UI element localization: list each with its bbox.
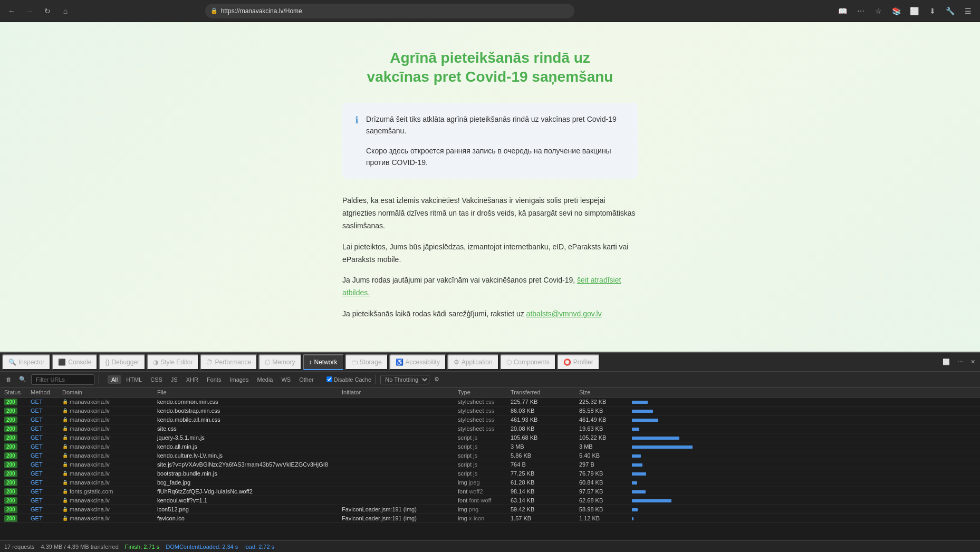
domain-cell: 🔒manavakcina.lv	[58, 406, 153, 415]
tab-storage[interactable]: 🗃 Storage	[345, 354, 388, 370]
disable-cache-label[interactable]: Disable Cache	[326, 376, 372, 383]
method-cell: GET	[26, 496, 58, 505]
tab-debugger-label: Debugger	[111, 359, 139, 366]
initiator-cell	[338, 415, 454, 424]
home-button[interactable]: ⌂	[58, 4, 73, 18]
method-cell: GET	[26, 460, 58, 469]
network-table-wrap[interactable]: Status Method Domain File Initiator Type…	[0, 388, 980, 540]
paragraph-3: Ja Jums rodas jautājumi par vakcīnām vai…	[342, 274, 638, 299]
table-row[interactable]: 200 GET 🔒manavakcina.lv kendo.all.min.js…	[0, 442, 980, 451]
components-icon: ⬡	[506, 359, 512, 366]
type-cell: script js	[454, 469, 506, 478]
address-bar[interactable]: 🔒 https://manavakcina.lv/Home	[205, 4, 574, 18]
dom-content-loaded: DOMContentLoaded: 2.34 s	[166, 544, 238, 550]
bookmark-button[interactable]: ☆	[871, 4, 886, 18]
para4-link[interactable]: atbalsts@vmnvd.gov.lv	[526, 309, 602, 318]
filter-fonts[interactable]: Fonts	[203, 375, 225, 384]
size-cell: 97.57 KB	[575, 487, 628, 496]
tab-application[interactable]: ⚙ Application	[447, 354, 499, 370]
back-button[interactable]: ←	[4, 4, 19, 18]
clear-network-button[interactable]: 🗑	[3, 375, 14, 384]
tab-network[interactable]: ↕ Network	[303, 354, 344, 370]
file-cell: favicon.ico	[153, 514, 338, 523]
table-row[interactable]: 200 GET 🔒manavakcina.lv bootstrap.bundle…	[0, 469, 980, 478]
network-table: Status Method Domain File Initiator Type…	[0, 388, 980, 523]
devtools-close-button[interactable]: ✕	[968, 357, 978, 366]
tab-accessibility[interactable]: ♿ Accessibility	[389, 354, 446, 370]
table-row[interactable]: 200 GET 🔒manavakcina.lv site.css stylesh…	[0, 424, 980, 433]
tab-performance[interactable]: ⏱ Performance	[200, 354, 257, 370]
method-cell: GET	[26, 487, 58, 496]
throttle-select[interactable]: No Throttling	[380, 375, 429, 384]
initiator-cell	[338, 442, 454, 451]
waterfall-cell	[628, 478, 980, 487]
reader-mode-button[interactable]: 📖	[835, 4, 850, 18]
extensions-button[interactable]: 🔧	[943, 4, 958, 18]
tab-components[interactable]: ⬡ Components	[500, 354, 556, 370]
devtools-more-button[interactable]: ⋯	[955, 357, 966, 366]
col-header-status: Status	[0, 388, 26, 398]
table-row[interactable]: 200 GET 🔒manavakcina.lv kendoui.woff?v=1…	[0, 496, 980, 505]
lock-icon: 🔒	[62, 435, 68, 440]
waterfall-bar	[632, 401, 648, 404]
method-cell: GET	[26, 469, 58, 478]
table-row[interactable]: 200 GET 🔒manavakcina.lv kendo.bootstrap.…	[0, 406, 980, 415]
menu-button[interactable]: ☰	[961, 4, 976, 18]
initiator-cell	[338, 460, 454, 469]
waterfall-cell	[628, 424, 980, 433]
application-icon: ⚙	[454, 359, 459, 366]
transferred-cell: 225.77 KB	[506, 398, 575, 406]
waterfall-bar	[632, 463, 642, 467]
status-badge: 200	[4, 434, 17, 441]
filter-js[interactable]: JS	[167, 375, 181, 384]
tab-debugger[interactable]: {} Debugger	[99, 354, 146, 370]
domain-cell: 🔒manavakcina.lv	[58, 505, 153, 514]
tab-inspector[interactable]: 🔍 Inspector	[2, 354, 51, 370]
reload-button[interactable]: ↻	[40, 4, 55, 18]
type-cell: stylesheet css	[454, 424, 506, 433]
table-row[interactable]: 200 GET 🔒fonts.gstatic.com flUhRq6tzZcfQ…	[0, 487, 980, 496]
table-row[interactable]: 200 GET 🔒manavakcina.lv kendo.mobile.all…	[0, 415, 980, 424]
tab-console[interactable]: ⬛ Console	[52, 354, 98, 370]
library-button[interactable]: 📚	[889, 4, 904, 18]
network-icon: ↕	[309, 359, 312, 366]
file-cell: kendo.culture.lv-LV.min.js	[153, 451, 338, 460]
filter-css[interactable]: CSS	[147, 375, 166, 384]
memory-icon: ⬡	[265, 359, 270, 366]
waterfall-cell	[628, 469, 980, 478]
url-text: https://manavakcina.lv/Home	[221, 7, 302, 15]
status-badge: 200	[4, 443, 17, 450]
table-row[interactable]: 200 GET 🔒manavakcina.lv favicon.ico Favi…	[0, 514, 980, 523]
tab-style-editor[interactable]: ◑ Style Editor	[147, 354, 199, 370]
filter-all[interactable]: All	[108, 375, 121, 384]
filter-html[interactable]: HTML	[122, 375, 146, 384]
search-network-button[interactable]: 🔍	[16, 375, 29, 384]
paragraph-2: Lai pieteiktos, Jums būs jāpieslēdzas, i…	[342, 241, 638, 266]
table-row[interactable]: 200 GET 🔒manavakcina.lv kendo.common.min…	[0, 398, 980, 406]
tab-memory[interactable]: ⬡ Memory	[258, 354, 301, 370]
filter-other[interactable]: Other	[295, 375, 318, 384]
network-settings-button[interactable]: ⚙	[431, 375, 442, 384]
size-cell: 60.84 KB	[575, 478, 628, 487]
table-row[interactable]: 200 GET 🔒manavakcina.lv bcg_fade.jpg img…	[0, 478, 980, 487]
lock-icon: 🔒	[62, 516, 68, 521]
filter-ws[interactable]: WS	[277, 375, 294, 384]
synced-tabs-button[interactable]: ⬜	[907, 4, 922, 18]
filter-urls-input[interactable]	[31, 374, 94, 385]
filter-xhr[interactable]: XHR	[182, 375, 202, 384]
tab-profiler[interactable]: ⭕ Profiler	[557, 354, 600, 370]
table-row[interactable]: 200 GET 🔒manavakcina.lv site.js?v=pVXAvB…	[0, 460, 980, 469]
transferred-cell: 20.08 KB	[506, 424, 575, 433]
table-row[interactable]: 200 GET 🔒manavakcina.lv jquery-3.5.1.min…	[0, 433, 980, 442]
devtools-dock-button[interactable]: ⬜	[940, 357, 953, 366]
tab-accessibility-label: Accessibility	[406, 359, 440, 366]
info-box-line2: Скоро здесь откроется ранняя запись в оч…	[366, 145, 625, 169]
table-row[interactable]: 200 GET 🔒manavakcina.lv icon512.png Favi…	[0, 505, 980, 514]
table-row[interactable]: 200 GET 🔒manavakcina.lv kendo.culture.lv…	[0, 451, 980, 460]
forward-button[interactable]: →	[22, 4, 37, 18]
more-button[interactable]: ⋯	[853, 4, 868, 18]
download-button[interactable]: ⬇	[925, 4, 940, 18]
disable-cache-checkbox[interactable]	[326, 376, 332, 382]
filter-images[interactable]: Images	[226, 375, 252, 384]
filter-media[interactable]: Media	[253, 375, 276, 384]
